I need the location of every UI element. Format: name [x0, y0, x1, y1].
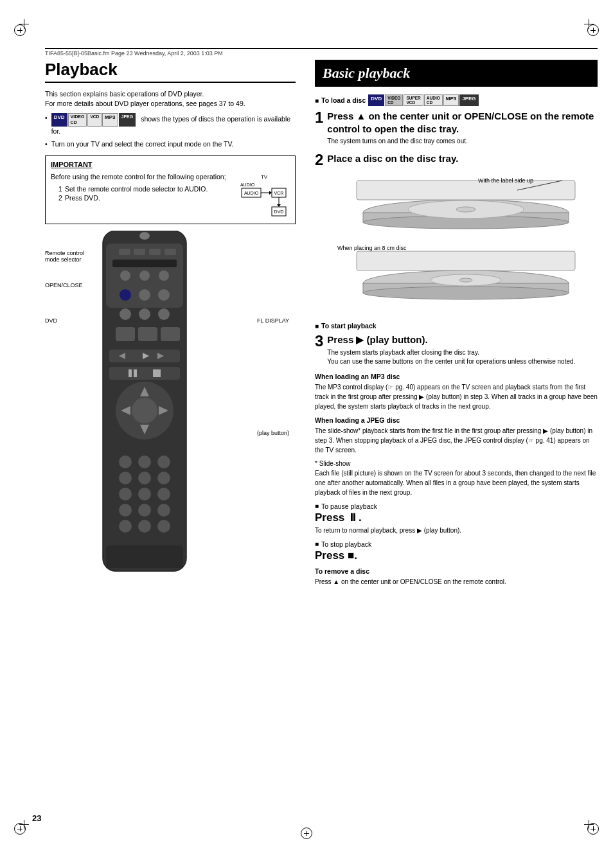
- remote-container: Remote controlmode selector OPEN/CLOSE D…: [45, 231, 296, 603]
- svg-text:AUDIO: AUDIO: [244, 191, 259, 195]
- svg-rect-67: [357, 181, 575, 200]
- svg-point-45: [119, 456, 132, 468]
- label-open-close: OPEN/CLOSE: [45, 282, 83, 288]
- disc-badges-1: DVD VIDEOCD VCD MP3 JPEG: [51, 113, 136, 127]
- step-1-title: Press ▲ on the center unit or OPEN/CLOSE…: [327, 110, 598, 135]
- right-column: Basic playback To load a disc DVD VIDEOC…: [308, 60, 598, 603]
- bullet-dot-1: •: [45, 113, 48, 123]
- reg-mark-tr: [587, 24, 599, 36]
- svg-point-59: [157, 520, 170, 533]
- svg-point-73: [459, 278, 472, 282]
- important-step-1: Set the remote control mode selector to …: [58, 184, 232, 194]
- svg-point-48: [119, 472, 132, 484]
- stop-bold: Press ■.: [315, 549, 598, 562]
- svg-rect-15: [134, 249, 145, 255]
- intro-text-1: This section explains basic operations o…: [45, 89, 296, 108]
- badge-jpeg-small: JPEG: [119, 113, 136, 127]
- disc-illustration: With the label side up: [315, 174, 598, 315]
- label-dvd: DVD: [45, 317, 57, 324]
- svg-rect-35: [109, 367, 180, 380]
- svg-point-66: [456, 207, 475, 212]
- jpeg-text: The slide-show* playback starts from the…: [315, 426, 598, 455]
- tv-vcr-diagram-svg: TV AUDIO AUDIO VCR: [238, 172, 290, 217]
- label-fl-display: FL DISPLAY: [257, 317, 289, 324]
- step-2-number: 2: [315, 152, 323, 168]
- svg-rect-29: [138, 327, 157, 341]
- reg-mark-br: [587, 823, 599, 835]
- label-8cm: When placing an 8 cm disc: [337, 245, 407, 251]
- label-play-button: (play button): [257, 430, 289, 436]
- svg-point-26: [139, 308, 150, 320]
- step-2-content: Place a disc on the disc tray.: [327, 152, 598, 167]
- svg-text:DVD: DVD: [274, 209, 284, 214]
- svg-point-71: [363, 287, 569, 299]
- step-1-desc: The system turns on and the disc tray co…: [327, 137, 598, 146]
- important-text: Before using the remote control for the …: [51, 172, 232, 220]
- svg-rect-28: [116, 327, 135, 341]
- jpeg-header: When loading a JPEG disc: [315, 416, 598, 424]
- bullet-item-1: • DVD VIDEOCD VCD MP3 JPEG shows the typ…: [45, 113, 296, 136]
- important-intro: Before using the remote control for the …: [51, 172, 232, 182]
- svg-point-27: [158, 308, 170, 320]
- svg-point-52: [138, 488, 151, 500]
- svg-point-55: [138, 504, 151, 517]
- svg-point-51: [119, 488, 132, 500]
- badge-svcd-r: SUPERVCD: [404, 94, 423, 106]
- svg-rect-17: [164, 249, 176, 255]
- svg-point-61: [139, 232, 150, 240]
- svg-rect-37: [134, 369, 137, 377]
- svg-rect-38: [153, 369, 161, 377]
- important-step-2: Press DVD.: [58, 193, 232, 203]
- pause-desc: To return to normal playback, press ▶ (p…: [315, 526, 598, 535]
- remove-header: To remove a disc: [315, 567, 598, 575]
- svg-marker-9: [277, 204, 281, 207]
- main-content: Playback This section explains basic ope…: [45, 60, 598, 603]
- badge-dvd-r: DVD: [368, 94, 384, 106]
- badge-mp3-r: MP3: [443, 94, 459, 106]
- reg-mark-tl: [14, 24, 26, 36]
- label-mode-selector: Remote controlmode selector: [45, 250, 84, 263]
- svg-point-54: [119, 504, 132, 517]
- step-3-desc2: You can use the same buttons on the cent…: [327, 357, 598, 366]
- svg-rect-60: [106, 545, 183, 568]
- step-2-block: 2 Place a disc on the disc tray.: [315, 152, 598, 168]
- step-3-block: 3 Press ▶ (play button). The system star…: [315, 333, 598, 366]
- mp3-text: The MP3 control display (☞ pg. 40) appea…: [315, 382, 598, 411]
- svg-point-58: [138, 520, 151, 533]
- svg-point-23: [139, 289, 150, 301]
- svg-text:TV: TV: [261, 174, 268, 180]
- important-box: IMPORTANT Before using the remote contro…: [45, 155, 296, 224]
- svg-rect-74: [357, 251, 575, 270]
- slideshow-note: * Slide-show Each file (still picture) i…: [315, 459, 598, 497]
- reg-mark-bl: [14, 823, 26, 835]
- svg-text:VCR: VCR: [274, 191, 284, 195]
- bullet-dot-2: •: [45, 139, 48, 149]
- reg-mark-bottom-center: [301, 828, 312, 839]
- svg-point-46: [138, 456, 151, 468]
- svg-rect-36: [129, 369, 132, 377]
- svg-point-57: [119, 520, 132, 533]
- step-3-title: Press ▶ (play button).: [327, 333, 598, 346]
- step-1-number: 1: [315, 110, 323, 125]
- svg-point-24: [158, 289, 170, 301]
- stop-section: To stop playback Press ■.: [315, 540, 598, 562]
- svg-point-19: [120, 270, 130, 281]
- pause-section: To pause playback Press ⏸. To return to …: [315, 502, 598, 535]
- file-header: TIFA85-55[B]-05Basic.fm Page 23 Wednesda…: [45, 48, 598, 57]
- important-steps: Set the remote control mode selector to …: [58, 184, 232, 203]
- remove-section: To remove a disc Press ▲ on the center u…: [315, 567, 598, 587]
- disc-tray-svg: When placing an 8 cm disc: [318, 174, 594, 315]
- badge-audio-r: AUDIOCD: [424, 94, 443, 106]
- stop-header: To stop playback: [315, 540, 598, 548]
- badge-mp3-small: MP3: [102, 113, 118, 127]
- section-title: Basic playback: [315, 60, 598, 87]
- important-title: IMPORTANT: [51, 160, 290, 170]
- remove-text: Press ▲ on the center unit or OPEN/CLOSE…: [315, 577, 598, 587]
- load-disc-header: To load a disc DVD VIDEOCD SUPERVCD AUDI…: [315, 94, 598, 106]
- badge-svcd: VCD: [87, 113, 102, 127]
- svg-point-25: [120, 308, 131, 320]
- svg-point-20: [139, 270, 150, 281]
- mp3-header: When loading an MP3 disc: [315, 373, 598, 380]
- badge-dvd: DVD: [51, 113, 67, 127]
- page-title: Playback: [45, 60, 296, 83]
